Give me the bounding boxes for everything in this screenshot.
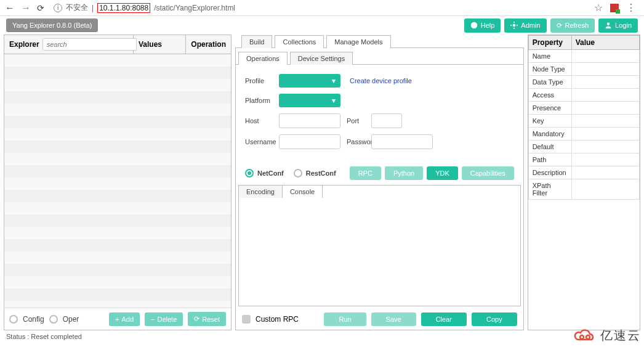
tab-device-settings[interactable]: Device Settings — [290, 52, 353, 65]
username-input[interactable] — [279, 134, 340, 149]
tab-collections[interactable]: Collections — [275, 35, 324, 48]
refresh-icon: ⟳ — [557, 22, 562, 30]
console-footer: Custom RPC Run Save Clear Copy — [236, 309, 523, 330]
delete-button[interactable]: −Delete — [145, 312, 183, 326]
center-panel: Build Collections Manage Models Operatio… — [235, 35, 524, 330]
config-radio[interactable] — [9, 315, 18, 324]
main-area: Explorer Values Operation Config Oper +A… — [0, 35, 644, 330]
bookmark-icon[interactable]: ☆ — [594, 2, 603, 14]
password-input[interactable] — [371, 134, 433, 149]
console-output[interactable] — [239, 198, 520, 306]
tab-encoding[interactable]: Encoding — [239, 186, 283, 198]
protocol-row: NetConf RestConf RPC Python YDK Capabili… — [236, 161, 523, 185]
netconf-radio[interactable] — [245, 169, 254, 178]
property-row: Path — [528, 153, 639, 166]
console-area — [238, 198, 521, 306]
save-button[interactable]: Save — [371, 312, 416, 326]
login-button[interactable]: Login — [598, 18, 638, 33]
property-row: Data Type — [528, 76, 639, 89]
port-input[interactable] — [371, 113, 402, 128]
watermark: 亿速云 — [573, 327, 641, 344]
tab-manage[interactable]: Manage Models — [326, 35, 390, 48]
user-icon — [605, 22, 612, 29]
minus-icon: − — [151, 316, 155, 323]
tab-console[interactable]: Console — [283, 186, 323, 198]
restconf-label: RestConf — [306, 169, 336, 177]
property-name: Default — [528, 141, 571, 153]
reset-button[interactable]: ⟳Reset — [188, 312, 226, 326]
property-row: Key — [528, 115, 639, 128]
github-icon — [470, 22, 478, 29]
url-path: /static/YangExplorer.html — [154, 4, 235, 12]
host-input[interactable] — [279, 113, 340, 128]
add-button[interactable]: +Add — [109, 312, 140, 326]
value-header: Value — [571, 36, 639, 50]
port-label: Port — [340, 117, 371, 125]
clear-button[interactable]: Clear — [421, 312, 467, 326]
property-row: Presence — [528, 102, 639, 115]
operations-form: Profile ▾ Create device profile Platform… — [236, 65, 523, 161]
copy-button[interactable]: Copy — [472, 312, 517, 326]
property-name: Key — [528, 115, 571, 128]
svg-point-0 — [470, 22, 477, 29]
property-name: Data Type — [528, 76, 571, 89]
tab-operations[interactable]: Operations — [238, 52, 288, 65]
address-bar[interactable]: i 不安全 | 10.1.1.80:8088/static/YangExplor… — [50, 2, 588, 13]
host-label: Host — [245, 117, 279, 125]
refresh-button[interactable]: ⟳Refresh — [550, 18, 595, 33]
property-name: Description — [528, 166, 571, 179]
netconf-label: NetConf — [257, 169, 284, 177]
property-row: XPath Filter — [528, 179, 639, 200]
property-name: Mandatory — [528, 128, 571, 141]
property-panel: Property Value NameNode TypeData TypeAcc… — [528, 35, 640, 330]
property-value — [571, 115, 639, 128]
url-host: 10.1.1.80:8088 — [97, 3, 150, 13]
run-button[interactable]: Run — [324, 312, 366, 326]
rpc-button[interactable]: RPC — [350, 166, 381, 180]
python-button[interactable]: Python — [385, 166, 423, 180]
capabilities-button[interactable]: Capabilities — [462, 166, 514, 180]
restconf-radio[interactable] — [294, 169, 302, 178]
menu-icon[interactable]: ⋮ — [626, 2, 636, 14]
property-row: Name — [528, 50, 639, 63]
extension-icon[interactable] — [610, 4, 619, 12]
reload-icon[interactable]: ⟳ — [37, 3, 44, 13]
info-icon[interactable]: i — [54, 4, 62, 12]
svg-point-2 — [607, 23, 610, 26]
operation-header: Operation — [186, 35, 231, 54]
watermark-text: 亿速云 — [600, 327, 641, 344]
custom-rpc-checkbox[interactable] — [242, 315, 251, 324]
property-value — [571, 102, 639, 115]
property-value — [571, 179, 639, 200]
oper-radio[interactable] — [49, 315, 58, 324]
property-value — [571, 63, 639, 76]
help-button[interactable]: Help — [464, 18, 501, 33]
app-title: Yang Explorer 0.8.0 (Beta) — [6, 18, 98, 32]
property-name: Node Type — [528, 63, 571, 76]
tree-body[interactable] — [4, 54, 231, 308]
values-header: Values — [134, 35, 186, 54]
profile-dropdown[interactable]: ▾ — [279, 74, 340, 88]
property-row: Node Type — [528, 63, 639, 76]
property-row: Default — [528, 141, 639, 153]
status-bar: Status : Reset completed — [0, 330, 644, 343]
cloud-icon — [573, 329, 598, 343]
svg-point-1 — [513, 24, 516, 27]
tab-build[interactable]: Build — [241, 35, 272, 48]
admin-button[interactable]: Admin — [504, 18, 546, 33]
gear-icon — [510, 22, 518, 29]
property-value — [571, 153, 639, 166]
password-label: Password — [340, 138, 371, 145]
oper-label: Oper — [63, 315, 79, 324]
property-value — [571, 141, 639, 153]
property-value — [571, 50, 639, 63]
platform-dropdown[interactable]: ▾ — [279, 94, 340, 107]
create-profile-link[interactable]: Create device profile — [350, 77, 412, 84]
plus-icon: + — [115, 316, 119, 323]
property-value — [571, 89, 639, 102]
property-name: Access — [528, 89, 571, 102]
explorer-header: Explorer — [4, 35, 134, 54]
ydk-button[interactable]: YDK — [427, 166, 458, 180]
back-icon[interactable]: ← — [5, 2, 15, 14]
search-input[interactable] — [42, 38, 137, 51]
